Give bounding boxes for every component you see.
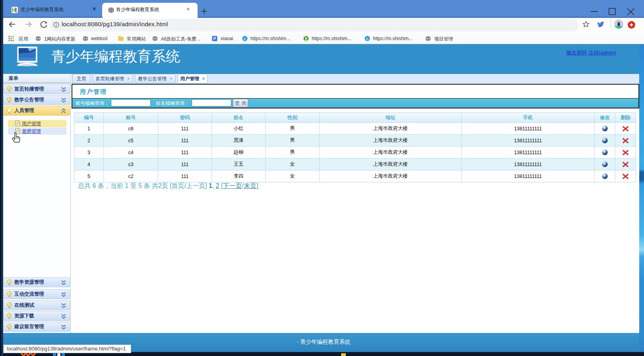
svg-text:C: C [366, 37, 369, 41]
svg-text:C: C [244, 37, 246, 41]
svg-text:P: P [213, 37, 216, 41]
